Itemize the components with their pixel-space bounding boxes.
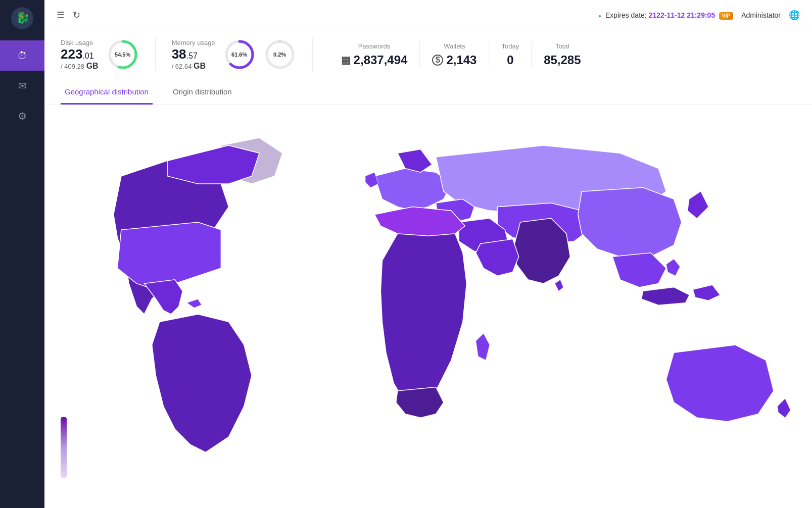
topbar-left: ☰ ↻ [57, 10, 590, 21]
disk-usage-text: Disk usage 223.01 / 409.28 GB [61, 39, 99, 71]
memory-progress-circle: 61.6% [223, 38, 256, 71]
map-container [44, 105, 812, 508]
disk-label: Disk usage [61, 39, 99, 46]
topbar: ☰ ↻ ● Expires date: 2122-11-12 21:29:05 … [44, 0, 812, 30]
dashboard-icon: ⏱ [17, 50, 27, 62]
world-map-svg [44, 105, 812, 508]
memory-sub: / 62.64 GB [172, 62, 215, 71]
tab-origin[interactable]: Origin distribution [169, 79, 236, 105]
today-label: Today [501, 42, 519, 50]
vip-badge: VIP [719, 12, 733, 20]
globe-icon[interactable]: 🌐 [789, 10, 800, 21]
sidebar-item-settings[interactable]: ⚙ [0, 101, 44, 131]
expires-date-value: 2122-11-12 21:29:05 [649, 11, 715, 19]
content-area: Geographical distribution Origin distrib… [44, 79, 812, 508]
stats-bar: Disk usage 223.01 / 409.28 GB 54.5% M [44, 30, 812, 79]
memory-label: Memory usage [172, 39, 215, 46]
main-content: ☰ ↻ ● Expires date: 2122-11-12 21:29:05 … [44, 0, 812, 508]
admin-label: Administator [741, 11, 781, 19]
topbar-right: ● Expires date: 2122-11-12 21:29:05 VIP … [598, 10, 800, 21]
wallets-value: $ 2,143 [432, 53, 476, 67]
today-stat: Today 0 [489, 42, 532, 67]
today-value: 0 [507, 53, 513, 67]
disk-percent-label: 54.5% [115, 52, 130, 58]
passwords-value: ▦ 2,837,494 [341, 53, 408, 67]
memory2-progress-circle: 0.2% [264, 38, 296, 71]
memory2-percent-label: 0.2% [273, 52, 286, 58]
disk-progress-circle: 54.5% [107, 38, 139, 71]
memory-value: 38.57 [172, 47, 215, 61]
sidebar-item-dashboard[interactable]: ⏱ [0, 40, 44, 71]
total-stat: Total 85,285 [532, 42, 593, 67]
expires-text: ● Expires date: 2122-11-12 21:29:05 VIP [598, 11, 733, 19]
tab-geographical[interactable]: Geographical distribution [61, 79, 153, 105]
logo: 🐉 [0, 0, 44, 36]
menu-icon[interactable]: ☰ [57, 10, 65, 21]
sidebar-item-mail[interactable]: ✉ [0, 71, 44, 101]
disk-sub: / 409.28 GB [61, 62, 99, 71]
map-legend-bar [61, 417, 67, 478]
memory-percent-label: 61.6% [231, 52, 247, 58]
disk-value: 223.01 [61, 47, 99, 61]
logo-icon: 🐉 [11, 7, 33, 29]
memory-usage-text: Memory usage 38.57 / 62.64 GB [172, 39, 215, 71]
wallets-icon: $ [432, 55, 443, 66]
expires-label: Expires date: [605, 11, 647, 19]
disk-usage-group: Disk usage 223.01 / 409.28 GB 54.5% [61, 38, 156, 71]
refresh-icon[interactable]: ↻ [73, 10, 80, 21]
sidebar: 🐉 ⏱ ✉ ⚙ [0, 0, 44, 508]
total-label: Total [555, 42, 569, 50]
total-value: 85,285 [544, 53, 581, 67]
mail-icon: ✉ [18, 80, 27, 92]
memory-usage-group: Memory usage 38.57 / 62.64 GB 61.6% [172, 38, 313, 71]
sidebar-nav: ⏱ ✉ ⚙ [0, 40, 44, 131]
status-dot: ● [598, 13, 601, 19]
wallets-label: Wallets [444, 42, 465, 50]
wallets-stat: Wallets $ 2,143 [420, 42, 489, 67]
tabs-container: Geographical distribution Origin distrib… [44, 79, 812, 105]
passwords-label: Passwords [358, 42, 391, 50]
passwords-icon: ▦ [341, 54, 351, 66]
passwords-stat: Passwords ▦ 2,837,494 [329, 42, 420, 67]
settings-icon: ⚙ [18, 110, 27, 122]
